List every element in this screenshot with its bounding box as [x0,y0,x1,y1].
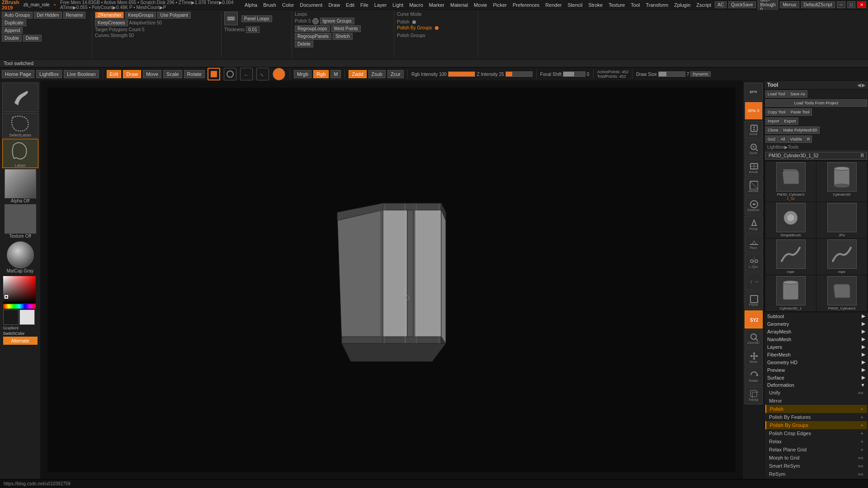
close-button[interactable]: ✕ [857,1,866,8]
move3d-button[interactable]: Move [745,348,763,366]
menu-macro[interactable]: Macro [406,2,426,8]
tool-thumb-0[interactable]: PM3D_Cylinder3 1_52 [765,161,816,202]
arraymesh-section[interactable]: ArrayMesh ▶ [764,328,868,335]
matcap-icon[interactable] [7,241,34,268]
draw-button[interactable]: Draw [123,70,141,78]
z-intensity-slider[interactable] [505,71,533,77]
append-button[interactable]: Append [2,27,23,34]
duplicate-button[interactable]: Duplicate [2,19,26,26]
aahalf-button[interactable]: AAHalf [745,178,763,196]
menu-stencil[interactable]: Stencil [565,2,585,8]
scale-button[interactable]: Scale [163,70,182,78]
panel-loops-button[interactable]: Panel Loops [241,15,272,22]
save-as-button[interactable]: Save As [788,90,807,98]
focal-shift-slider[interactable] [563,71,585,77]
layers-section[interactable]: Layers ▶ [764,343,868,351]
edit-button[interactable]: Edit [107,70,122,78]
menu-zscript[interactable]: Zscript [693,2,714,8]
zcur-button[interactable]: Zcur [387,70,404,78]
import-button[interactable]: Import [765,117,782,125]
transp-button[interactable]: Transp [745,386,763,404]
draw-shape-icon[interactable] [224,68,236,80]
make-polymesh3d-button[interactable]: Make PolyMesh3D [781,127,820,134]
m-button[interactable]: M [330,70,341,78]
load-tools-from-project-button[interactable]: Load Tools From Project [765,99,867,107]
dynamic-button[interactable]: Dynamic [690,71,711,77]
menu-render[interactable]: Render [542,2,564,8]
menu-texture[interactable]: Texture [606,2,627,8]
select-lasso-tool[interactable]: SelectLasso [2,113,38,138]
auto-groups-button[interactable]: Auto Groups [2,12,33,19]
tool-thumb-3[interactable]: JPe [816,202,867,238]
weld-points-button[interactable]: Weld Points [331,25,361,32]
menu-zplugin[interactable]: Zplugin [671,2,693,8]
default-zscript-button[interactable]: DefaultZScript [801,1,835,8]
stretch-button[interactable]: Stretch [333,33,353,40]
menu-edit[interactable]: Edit [343,2,357,8]
menu-preferences[interactable]: Preferences [510,2,542,8]
hue-bar[interactable] [3,304,36,309]
geometry-hd-section[interactable]: Geometry HD ▶ [764,358,868,366]
rename-button[interactable]: Rename [63,12,86,19]
tool-thumb-1[interactable]: Cylinder3D [816,161,867,202]
goz-button[interactable]: GoZ [765,136,778,143]
tool-thumb-4[interactable]: rope [765,239,816,275]
move-icon[interactable]: ↔ [240,68,253,80]
ignore-groups-button[interactable]: Ignore Groups [320,18,354,24]
polish-by-groups-item[interactable]: Polish By Groups + [765,421,867,429]
tool-thumb-6[interactable]: Cylinder3D_1 [765,275,816,311]
menu-brush[interactable]: Brush [260,2,279,8]
polish-toggle[interactable] [312,18,319,24]
dynamic-btn[interactable]: Dynamic [745,197,763,215]
scroll-button[interactable]: Scroll [745,121,763,139]
rgb-intensity-slider[interactable] [448,71,475,77]
actual-button[interactable]: Actual [745,159,763,177]
use-polypaint-button[interactable]: Use Polypaint [157,12,191,19]
current-tool-r[interactable]: R [861,153,864,158]
menus-button[interactable]: Menus [780,1,799,8]
menu-movie[interactable]: Movie [471,2,490,8]
maximize-button[interactable]: □ [847,1,855,8]
menu-color[interactable]: Color [279,2,297,8]
menu-draw[interactable]: Draw [326,2,343,8]
load-tool-button[interactable]: Load Tool [765,90,788,98]
brush-tool-button[interactable] [2,83,38,112]
floor-button[interactable]: Floor [745,235,763,253]
localsym-button[interactable]: ↕↔ [745,272,763,291]
copy-tool-button[interactable]: Copy Tool [765,108,788,116]
tool-thumb-2[interactable]: SimpleBrush [765,202,816,238]
menu-tool[interactable]: Tool [628,2,642,8]
del-hidden-button[interactable]: Del Hidden [34,12,61,19]
live-boolean-button[interactable]: Live Boolean [64,70,99,78]
regroup-panels-button[interactable]: RegroupPanels [295,33,331,40]
minimize-button[interactable]: ─ [837,1,845,8]
menu-alpha[interactable]: Alpha [242,2,260,8]
lasso-tool[interactable]: Lasso [2,139,38,168]
rgb-button[interactable]: Rgb [313,70,329,78]
canvas-area[interactable] [41,81,742,479]
menu-picker[interactable]: Picker [490,2,509,8]
scale-icon[interactable]: ⤡ [256,68,269,80]
relax-item[interactable]: Relax + [765,437,867,446]
menu-layer[interactable]: Layer [372,2,390,8]
resym-item[interactable]: ReSym »« [765,470,867,478]
all-button[interactable]: All [778,136,788,143]
delete-btn2[interactable]: Delete [295,41,313,47]
smart-resym-item[interactable]: Smart ReSym »« [765,462,867,470]
zoom-button[interactable]: Zoom [745,140,763,158]
subtool-section[interactable]: Subtool ▶ [764,312,868,320]
polish-crisp-edges-item[interactable]: Polish Crisp Edges + [765,429,867,437]
delete-button[interactable]: Delete [23,35,42,42]
persp-button[interactable]: Persp [745,216,763,234]
preview-section[interactable]: Preview ▶ [764,366,868,374]
deformation-section[interactable]: Deformation ▼ [764,381,868,389]
alternate-button[interactable]: Alternate [3,337,38,345]
menu-light[interactable]: Light [390,2,406,8]
rotate-icon[interactable] [273,68,285,80]
paste-tool-button[interactable]: Paste Tool [788,108,812,116]
mirror-item[interactable]: Mirror [765,397,867,405]
tool-thumb-5[interactable]: rope [816,239,867,275]
export-button[interactable]: Export [782,117,798,125]
unify-item[interactable]: Unify »« [765,389,867,397]
keep-groups-button[interactable]: KeepGroups [125,12,156,19]
